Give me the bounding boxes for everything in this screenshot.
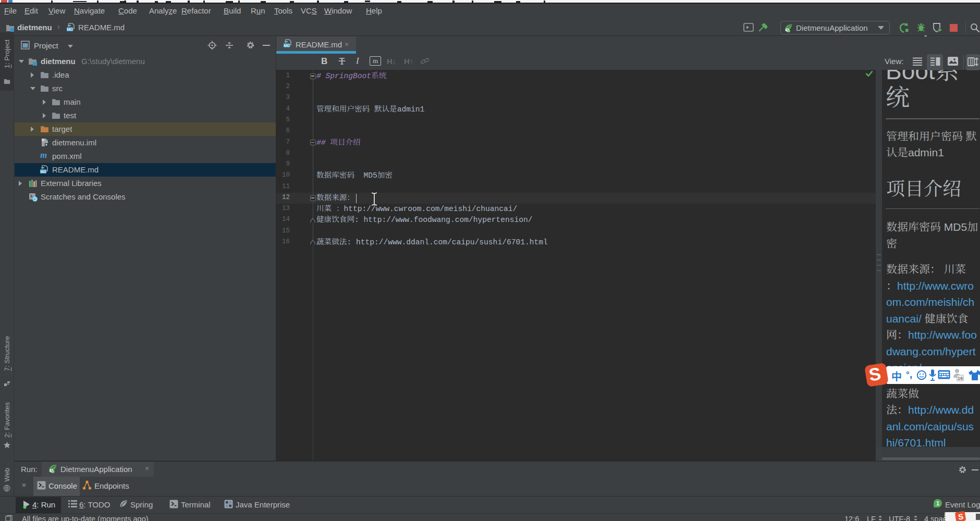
svg-text:16: 16: [958, 376, 963, 381]
svg-text:1: 1: [936, 501, 939, 506]
